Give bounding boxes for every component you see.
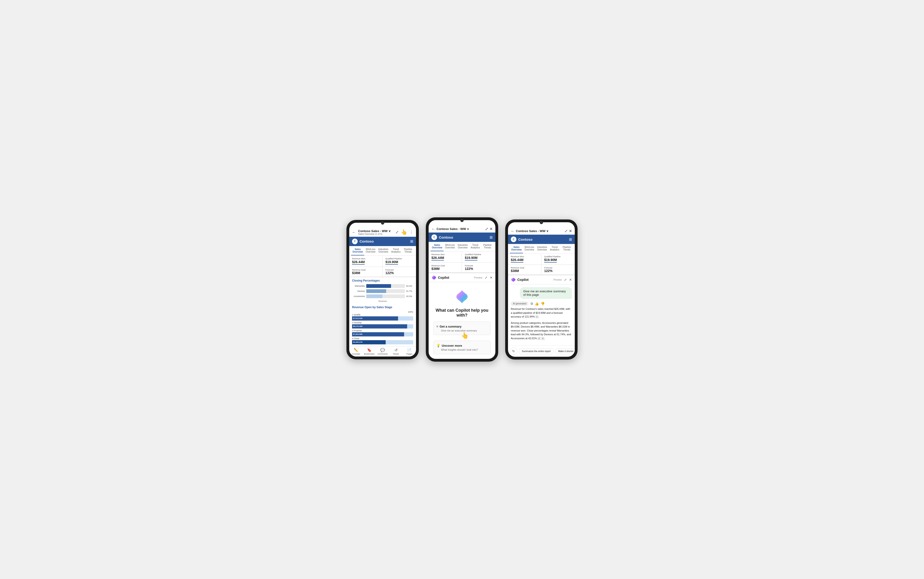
- expand-icon[interactable]: ⤢: [396, 230, 399, 234]
- tab-trend-2[interactable]: TrendAnalytics: [469, 242, 481, 251]
- copilot-body-2: What can Copilot help you with? ≡ Get a …: [428, 282, 496, 359]
- tab-pipeline-3[interactable]: PipelineTrends: [561, 244, 573, 253]
- metric-revenue-won: Revenue Won $26.44M: [349, 256, 383, 267]
- metric-forecast: Forecast 122%: [383, 267, 416, 277]
- thumbs-down-icon[interactable]: 👎: [541, 302, 545, 306]
- phone-3: ← Contoso Sales - WW ∨ ⤢ ✕ C Contoso ⊞ S…: [505, 219, 577, 360]
- filter-icon-2[interactable]: ⊞: [489, 235, 492, 240]
- bar-chart-closing: Warranties 64.3% Devices 51.7%: [349, 283, 416, 304]
- filter-icon[interactable]: ⊞: [410, 239, 413, 244]
- nav-annotate[interactable]: ✏️ Annotate: [349, 348, 363, 355]
- tab-winloss-1[interactable]: Win/LossOverview: [364, 246, 377, 255]
- chip-shorter[interactable]: Make it shorter: [555, 348, 575, 354]
- phone-1: ← Contoso Sales - WW ∨ Sales Overview (1…: [347, 220, 419, 359]
- metric-qualified-pipeline: Qualified Pipeline $19.90M: [383, 256, 416, 267]
- annotate-icon: ✏️: [354, 348, 358, 352]
- close-copilot-2[interactable]: ✕: [490, 276, 492, 280]
- contoso-logo-2: C: [432, 234, 437, 240]
- back-arrow-2[interactable]: ←: [432, 227, 435, 231]
- contoso-bar-2: C Contoso ⊞: [428, 232, 496, 242]
- metrics-grid-3: Revenue Won $26.44M Qualified Pipeline $…: [508, 254, 575, 275]
- nav-reset[interactable]: ↺ Reset: [389, 348, 403, 355]
- tab-winloss-3[interactable]: Win/LossOverview: [523, 244, 536, 253]
- copilot-suggestions: ≡ Get a summary Give me an executive sum…: [433, 322, 491, 354]
- tab-pipeline-2[interactable]: PipelineTrends: [481, 242, 494, 251]
- ref-badge-2: 2: [537, 337, 541, 340]
- expand-icon-3[interactable]: ⤢: [564, 229, 567, 233]
- contoso-logo: C: [352, 239, 358, 244]
- phone-notch-1: [381, 221, 384, 225]
- hand-cursor-2: 👆: [461, 332, 469, 339]
- metric-revenue-won-3: Revenue Won $26.44M: [508, 254, 541, 265]
- ai-generated-badge: AI generated: [511, 302, 528, 306]
- close-icon-2[interactable]: ✕: [489, 227, 492, 231]
- contoso-bar: C Contoso ⊞: [349, 237, 416, 246]
- comments-icon: 💬: [380, 348, 385, 352]
- tab-sales-overview-1[interactable]: SalesOverview: [351, 246, 364, 255]
- suggestion-uncover-wrap: 💡 Uncover more What insights should I lo…: [433, 341, 491, 354]
- tab-pipeline-1[interactable]: PipelineTrends: [402, 246, 414, 255]
- tab-industries-2[interactable]: IndustriesOverview: [456, 242, 469, 251]
- summary-icon: ≡: [436, 324, 438, 328]
- thumbs-up-icon[interactable]: 👍: [535, 302, 539, 306]
- back-arrow-3[interactable]: ←: [511, 229, 515, 233]
- suggestion-summary-wrap: ≡ Get a summary Give me an executive sum…: [433, 322, 491, 335]
- refresh-button[interactable]: ↻: [510, 347, 517, 355]
- chart-x-label: Revenue: [352, 299, 413, 303]
- copilot-question: What can Copilot help you with?: [433, 308, 491, 318]
- metric-forecast-3: Forecast 122%: [541, 265, 575, 275]
- more-options-icon[interactable]: ⋮: [409, 230, 413, 234]
- tab-sales-3[interactable]: SalesOverview: [510, 244, 523, 253]
- metric-pipeline-3: Qualified Pipeline $19.90M: [541, 254, 575, 265]
- tab-trend-3[interactable]: TrendAnalytics: [549, 244, 561, 253]
- closing-pct-title: Closing Percentages: [349, 277, 416, 283]
- nav-pages[interactable]: 📄 Pages: [403, 348, 416, 355]
- metric-goal-3: Revenue Goal $38M: [508, 265, 541, 275]
- close-icon-3[interactable]: ✕: [569, 229, 572, 233]
- contoso-logo-3: C: [511, 237, 517, 242]
- screens-container: ← Contoso Sales - WW ∨ Sales Overview (1…: [347, 218, 577, 361]
- copilot-preview-2: Preview: [474, 276, 482, 279]
- pages-icon: 📄: [407, 348, 412, 352]
- ai-response: AI generated ⧉ 👍 👎 Revenue for Contoso's…: [511, 302, 572, 340]
- chip-summarize[interactable]: Summarize the entire report: [519, 348, 554, 354]
- expand-copilot-2[interactable]: ⤢: [485, 276, 487, 280]
- chevron-2: ∨: [467, 227, 469, 231]
- tab-industries-1[interactable]: IndustriesOverview: [377, 246, 390, 255]
- ref-badge-1: 1: [535, 315, 538, 319]
- phone-2-screen: ← Contoso Sales - WW ∨ ⤢ ✕ C Contoso ⊞ S…: [428, 220, 496, 359]
- phone-notch-2: [460, 219, 464, 222]
- metric-pipeline-2: Qualified Pipeline $19.90M: [462, 252, 496, 263]
- copilot-header-2: Copilot Preview ⤢ ✕: [428, 273, 496, 282]
- tab-industries-3[interactable]: IndustriesOverview: [536, 244, 548, 253]
- tab-winloss-2[interactable]: Win/LossOverview: [443, 242, 456, 251]
- copilot-preview-3: Preview: [553, 278, 562, 281]
- chevron-down-icon[interactable]: ∨: [388, 229, 391, 233]
- close-copilot-3[interactable]: ✕: [569, 278, 572, 281]
- filter-icon-3[interactable]: ⊞: [569, 237, 572, 242]
- chevron-3: ∨: [546, 229, 549, 233]
- nav-tabs-3: SalesOverview Win/LossOverview Industrie…: [508, 244, 575, 254]
- revenue-1-qualify: 1-Qualify $7,912.02K: [352, 314, 413, 321]
- chat-area: Give me an executive summary of this pag…: [508, 285, 575, 345]
- topbar-1: ← Contoso Sales - WW ∨ Sales Overview (1…: [349, 223, 416, 237]
- expand-copilot-3[interactable]: ⤢: [564, 278, 567, 281]
- bar-fill-accessories: [366, 294, 383, 298]
- bar-devices: Devices 51.7%: [352, 289, 413, 293]
- nav-bookmarks[interactable]: 🔖 Bookmarks: [363, 348, 376, 355]
- nav-comments[interactable]: 💬 Comments: [376, 348, 389, 355]
- bar-warranties: Warranties 64.3%: [352, 284, 413, 288]
- suggestion-uncover-more[interactable]: 💡 Uncover more What insights should I lo…: [433, 341, 491, 354]
- tab-trend-1[interactable]: TrendAnalytics: [390, 246, 402, 255]
- topbar-icons: ⤢ 👆 ⋮: [396, 229, 413, 236]
- tab-sales-2[interactable]: SalesOverview: [430, 242, 443, 251]
- ai-text-1: Revenue for Contoso's sales reached $26.…: [511, 307, 572, 319]
- copy-icon[interactable]: ⧉: [531, 302, 533, 306]
- report-subtitle: Sales Overview (1 of 5): [358, 233, 394, 236]
- copilot-hand-cursor[interactable]: 👆: [401, 229, 407, 236]
- expand-icon-2[interactable]: ⤢: [485, 227, 488, 231]
- copilot-gem-big: [455, 289, 469, 304]
- report-title-2: Contoso Sales - WW ∨: [437, 227, 484, 231]
- copilot-label-2: Copilot: [438, 276, 474, 280]
- back-arrow-icon[interactable]: ←: [352, 230, 356, 234]
